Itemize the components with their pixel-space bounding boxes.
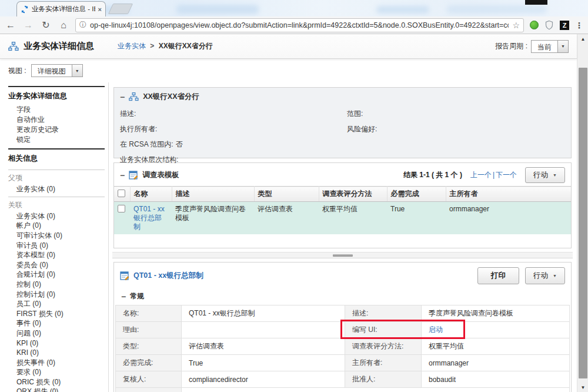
cell-owner: ormmanager xyxy=(446,202,571,235)
detail-row: 必需完成: True 主所有者: ormmanager xyxy=(116,355,570,371)
cell-required: True xyxy=(387,202,446,235)
launch-link[interactable]: 启动 xyxy=(429,325,443,334)
row-checkbox[interactable] xyxy=(118,205,125,212)
detail-row: 理由: 编写 UI: 启动 xyxy=(116,322,570,338)
print-button[interactable]: 打印 xyxy=(477,267,519,284)
sidebar-item-requirement[interactable]: 要求 (0) xyxy=(8,368,105,378)
sidebar-item-issue[interactable]: 问题 (0) xyxy=(8,328,105,338)
cell-description: 季度声誉风险调查问卷模板 xyxy=(172,202,254,235)
sidebar-item-orx-loss[interactable]: ORX 损失 (0) xyxy=(8,387,105,392)
sidebar-item-committee[interactable]: 委员会 (0) xyxy=(8,260,105,270)
pagination: 上一个|下一个 xyxy=(470,170,517,180)
detail-panel-title: QT01 - xx银行总部制 xyxy=(133,271,203,281)
forward-icon: → xyxy=(22,19,34,31)
detail-action-button[interactable]: 行动▼ xyxy=(525,267,565,284)
sidebar-item-change-history[interactable]: 更改历史记录 xyxy=(8,125,105,135)
sidebar-item-loss-event[interactable]: 损失事件 (0) xyxy=(8,358,105,368)
sidebar-item-lock[interactable]: 锁定 xyxy=(8,135,105,145)
column-name[interactable]: 名称 xyxy=(130,187,172,202)
blurred-background xyxy=(376,6,429,14)
sidebar-item-auto-jobs[interactable]: 自动作业 xyxy=(8,115,105,125)
value-approver: bobaudit xyxy=(422,371,570,388)
column-description[interactable]: 描述 xyxy=(172,187,254,202)
cell-name: QT01 - xx银行总部制 xyxy=(130,202,172,235)
org-chart-icon xyxy=(129,92,139,101)
column-type[interactable]: 类型 xyxy=(254,187,319,202)
browser-toolbar: ← → ↻ ⌂ ⓘ op-qe-linux4j:10108/openpages/… xyxy=(0,16,588,34)
page-scrollbar[interactable]: ▲ ▼ xyxy=(577,34,588,392)
tab-close-icon[interactable]: × xyxy=(98,6,102,13)
breadcrumb-separator: > xyxy=(150,42,154,50)
prev-link[interactable]: 上一个 xyxy=(470,171,492,179)
sidebar-item-account[interactable]: 帐户 (0) xyxy=(8,221,105,231)
label-folder: 文件夹: xyxy=(116,388,182,392)
chevron-down-icon[interactable]: ▼ xyxy=(557,41,568,52)
questionnaire-action-button[interactable]: 行动▼ xyxy=(525,167,565,183)
label-scoring-method: 调查表评分方法: xyxy=(345,338,422,355)
next-link[interactable]: 下一个 xyxy=(496,171,517,179)
scroll-down-icon[interactable]: ▼ xyxy=(577,383,588,392)
pane-splitter[interactable] xyxy=(112,252,573,258)
extension-green-icon[interactable] xyxy=(530,21,539,29)
sidebar-item-kri[interactable]: KRI (0) xyxy=(8,348,105,358)
back-icon[interactable]: ← xyxy=(5,19,16,31)
bookmark-star-icon[interactable]: ☆ xyxy=(512,21,520,30)
report-period-label: 报告周期 : xyxy=(495,41,527,51)
column-required[interactable]: 必需完成 xyxy=(387,187,446,202)
sidebar-item-parent-business-entity[interactable]: 业务实体 (0) xyxy=(8,184,105,194)
sidebar-item-first-loss[interactable]: FIRST 损失 (0) xyxy=(8,309,105,319)
value-name: QT01 - xx银行总部制 xyxy=(182,305,345,322)
sidebar-item-control-plan[interactable]: 控制计划 (0) xyxy=(8,290,105,300)
questionnaire-link[interactable]: QT01 - xx银行总部制 xyxy=(133,205,165,231)
detail-row: 类型: 评估调查表 调查表评分方法: 权重平均值 xyxy=(116,338,570,355)
general-section-header[interactable]: − 常规 xyxy=(114,288,571,305)
questionnaire-templates-panel: − 调查表模板 结果 1-1 ( 共 1 个 ) 上一个|下一个 行动▼ xyxy=(113,162,572,248)
view-select[interactable]: 详细视图 ▼ xyxy=(31,64,83,77)
sidebar-item-capital-model[interactable]: 资本模型 (0) xyxy=(8,250,105,260)
entity-summary-panel: − XX银行XX省分行 描述: 范围: 执行所有者: 风险偏好: 在 RCSA … xyxy=(113,87,572,158)
column-scoring-method[interactable]: 调查表评分方法 xyxy=(319,187,387,202)
sidebar-item-compliance-plan[interactable]: 合规计划 (0) xyxy=(8,270,105,280)
sidebar-item-control[interactable]: 控制 (0) xyxy=(8,280,105,290)
sidebar-item-auditor[interactable]: 审计员 (0) xyxy=(8,241,105,251)
org-chart-icon xyxy=(8,42,19,51)
sidebar-item-oric-loss[interactable]: ORIC 损失 (0) xyxy=(8,377,105,387)
questionnaire-icon xyxy=(129,171,138,180)
value-authoring-ui: 启动 xyxy=(422,322,570,338)
sidebar-group-parent: 父项 xyxy=(8,170,105,184)
sidebar-item-kpi[interactable]: KPI (0) xyxy=(8,338,105,348)
sidebar-item-business-entity[interactable]: 业务实体 (0) xyxy=(8,211,105,221)
page-info-icon[interactable]: ⓘ xyxy=(79,20,86,30)
browser-tab[interactable]: 业务实体详细信息 - IBM × xyxy=(16,1,106,16)
scroll-up-icon[interactable]: ▲ xyxy=(577,34,588,44)
url-text[interactable]: op-qe-linux4j:10108/openpages/view.objec… xyxy=(90,21,509,29)
collapse-icon[interactable]: − xyxy=(120,94,125,100)
table-row[interactable]: QT01 - xx银行总部制 季度声誉风险调查问卷模板 评估调查表 权重平均值 … xyxy=(114,202,571,235)
chevron-down-icon[interactable]: ▼ xyxy=(72,65,82,77)
questionnaire-detail-panel: QT01 - xx银行总部制 打印 行动▼ − 常规 名称: QT01 - xx… xyxy=(113,262,572,392)
url-bar[interactable]: ⓘ op-qe-linux4j:10108/openpages/view.obj… xyxy=(75,18,524,32)
column-primary-owner[interactable]: 主所有者 xyxy=(446,187,571,202)
sidebar-item-auditable-entity[interactable]: 可审计实体 (0) xyxy=(8,231,105,241)
extension-z-icon[interactable]: Z xyxy=(560,21,569,30)
home-icon[interactable]: ⌂ xyxy=(58,19,69,31)
scrollbar-thumb[interactable] xyxy=(579,68,587,378)
chevron-down-icon: ▼ xyxy=(553,274,557,278)
new-tab-button[interactable] xyxy=(108,4,133,14)
collapse-icon[interactable]: − xyxy=(121,294,126,300)
collapse-icon[interactable]: − xyxy=(120,172,125,178)
select-all-checkbox[interactable] xyxy=(118,190,125,197)
blurred-background xyxy=(176,5,259,14)
browser-menu-icon[interactable]: ⋮ xyxy=(575,21,583,30)
sidebar-item-employee[interactable]: 员工 (0) xyxy=(8,299,105,309)
extension-shield-icon[interactable] xyxy=(544,20,554,30)
reload-icon[interactable]: ↻ xyxy=(40,19,52,31)
sidebar-item-incident[interactable]: 事件 (0) xyxy=(8,319,105,329)
page-header: 业务实体详细信息 业务实体 > XX银行XX省分行 报告周期 : 当前 ▼ xyxy=(0,34,577,59)
detail-row: 名称: QT01 - xx银行总部制 描述: 季度声誉风险调查问卷模板 xyxy=(116,305,570,322)
breadcrumb-link[interactable]: 业务实体 xyxy=(118,42,146,50)
tab-favicon-sync-icon xyxy=(21,5,29,14)
splitter-grip[interactable] xyxy=(333,254,353,257)
report-period-select[interactable]: 当前 ▼ xyxy=(531,40,569,53)
sidebar-item-fields[interactable]: 字段 xyxy=(8,105,105,115)
